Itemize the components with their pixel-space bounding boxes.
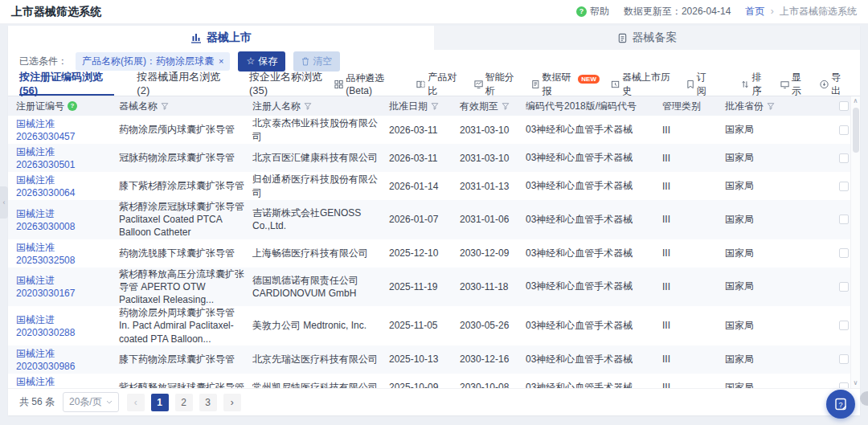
scroll-down-icon[interactable]: ∨ [854, 380, 858, 386]
cell-approval-date: 2025-12-10 [381, 247, 452, 259]
cell-province: 国家局 [717, 319, 828, 333]
cell-valid-until: 2031-03-10 [452, 153, 518, 164]
filter-icon[interactable] [767, 102, 775, 110]
help-icon: ? [576, 6, 587, 17]
registration-link[interactable]: 国械注准20263030501 [16, 146, 75, 170]
product-compare-button[interactable]: 产品对比 [416, 71, 463, 98]
page-button-2[interactable]: 2 [175, 394, 193, 411]
row-checkbox[interactable] [839, 354, 849, 364]
clear-button[interactable]: 清空 [293, 51, 340, 72]
cell-approval-date: 2025-11-19 [381, 281, 452, 292]
col-province[interactable]: 批准省份 [717, 100, 828, 113]
registration-link[interactable]: 国械注进20203030167 [16, 275, 75, 299]
cell-valid-until: 2031-01-13 [452, 181, 518, 192]
chevron-down-icon [106, 400, 113, 404]
table-row: 国械注准20263030457药物涂层颅内球囊扩张导管北京泰杰伟业科技股份有限公… [8, 116, 860, 144]
cell-mgmt-class: III [654, 181, 717, 192]
feedback-button[interactable]: ? [826, 390, 855, 419]
display-button[interactable]: 显示 [780, 71, 809, 98]
col-label: 注册人名称 [252, 100, 301, 113]
tab-device-filing[interactable]: 器械备案 [434, 26, 860, 50]
registration-link[interactable]: 国械注准20253032042 [16, 376, 75, 388]
view-tab-by-company[interactable]: 按企业名称浏览(35) [249, 72, 334, 96]
breadcrumb: 首页 › 上市器械筛选系统 [745, 5, 857, 18]
export-button[interactable]: 导出 [820, 71, 849, 98]
document-icon [617, 33, 628, 43]
tool-label: 智能分析 [485, 71, 521, 98]
page-button-3[interactable]: 3 [199, 394, 217, 411]
variety-selection-button[interactable]: 品种遴选(Beta) [334, 72, 406, 96]
table-row: 国械注进20203030288药物涂层外周球囊扩张导管 In. Pact Adm… [8, 306, 860, 345]
row-checkbox[interactable] [839, 382, 849, 388]
filter-icon[interactable] [502, 102, 510, 110]
col-label: 有效期至 [460, 100, 498, 113]
info-icon[interactable]: ? [68, 101, 77, 111]
tool-label: 显示 [792, 71, 809, 98]
col-approval-date[interactable]: 批准日期 [381, 100, 452, 113]
filter-icon[interactable] [161, 102, 169, 110]
scrollbar-thumb[interactable] [853, 108, 859, 153]
cell-registrant: 美敦力公司 Medtronic, Inc. [244, 319, 381, 332]
col-registration-no[interactable]: 注册证编号 ? [8, 100, 111, 113]
breadcrumb-home-link[interactable]: 首页 [745, 6, 764, 17]
scroll-up-icon[interactable]: ∧ [854, 98, 858, 104]
prev-page-button[interactable]: ‹ [127, 394, 145, 411]
listing-history-button[interactable]: 器械上市历史 [611, 71, 676, 98]
page-button-1[interactable]: 1 [151, 394, 169, 411]
cell-registrant: 上海畅德医疗科技有限公司 [244, 247, 381, 259]
sort-icon [741, 80, 749, 89]
row-checkbox[interactable] [839, 248, 849, 258]
next-page-button[interactable]: › [223, 394, 241, 411]
subscribe-button[interactable]: 订阅 [686, 71, 714, 98]
col-valid-until[interactable]: 有效期至 [452, 100, 518, 113]
row-checkbox[interactable] [839, 282, 849, 292]
cell-valid-until: 2030-12-16 [452, 353, 518, 365]
main-tabs: 器械上市 器械备案 [8, 26, 860, 50]
registration-link[interactable]: 国械注准20253032508 [16, 242, 75, 266]
row-checkbox[interactable] [839, 321, 849, 330]
cell-province: 国家局 [717, 123, 828, 137]
select-all-checkbox[interactable] [839, 101, 849, 111]
export-icon [820, 80, 829, 89]
cell-province: 国家局 [717, 353, 828, 366]
right-edge-handle[interactable] [860, 391, 868, 406]
registration-link[interactable]: 国械注准20203030986 [16, 348, 75, 372]
row-checkbox[interactable] [839, 215, 849, 224]
left-panel-collapse-handle[interactable]: ‹ [0, 186, 8, 219]
smart-analysis-button[interactable]: 智能分析 [474, 71, 521, 98]
col-device-name[interactable]: 器械名称 [111, 100, 244, 113]
view-tab-by-registration[interactable]: 按注册证编码浏览(56) [19, 72, 114, 96]
help-link[interactable]: ? 帮助 [576, 5, 609, 18]
bar-chart-icon [190, 32, 202, 43]
row-checkbox[interactable] [839, 182, 849, 191]
registration-link[interactable]: 国械注进20263030008 [16, 208, 75, 232]
tool-label: 订阅 [697, 71, 714, 98]
filter-icon[interactable] [431, 102, 439, 110]
cell-registrant: 吉诺斯株式会社GENOSS Co.,Ltd. [244, 206, 381, 232]
col-registrant-name[interactable]: 注册人名称 [244, 100, 381, 113]
registration-link[interactable]: 国械注准20263030064 [16, 174, 75, 198]
data-report-button[interactable]: 数据研报 NEW [531, 71, 600, 98]
cell-code: 03神经和心血管手术器械 [518, 151, 654, 165]
cell-registrant: 常州凯尼特医疗科技有限公司 [244, 381, 381, 388]
registration-link[interactable]: 国械注准20263030457 [16, 118, 75, 142]
cell-approval-date: 2025-10-09 [381, 382, 452, 388]
cell-mgmt-class: III [654, 125, 717, 136]
row-checkbox[interactable] [839, 125, 849, 135]
tab-device-listing[interactable]: 器械上市 [8, 26, 434, 50]
sort-button[interactable]: 排序 [741, 71, 769, 98]
vertical-scrollbar[interactable]: ∧ ∨ [850, 96, 860, 388]
svg-text:?: ? [838, 401, 842, 409]
registration-link[interactable]: 国械注进20203030288 [16, 314, 75, 338]
page-size-select[interactable]: 20条/页 [63, 392, 119, 412]
cell-registration-no: 国械注准20203030986 [8, 347, 111, 372]
filter-tag-close-icon[interactable]: × [219, 56, 223, 66]
selected-filters-row: 已选条件： 产品名称(拓展)：药物涂层球囊 × ☆ 保存 清空 [8, 50, 860, 72]
page-size-value: 20条/页 [69, 395, 102, 409]
save-button[interactable]: ☆ 保存 [238, 51, 285, 72]
row-checkbox[interactable] [839, 153, 849, 163]
view-tab-by-device-name[interactable]: 按器械通用名浏览(2) [137, 72, 227, 96]
filter-icon[interactable] [304, 102, 312, 110]
cell-valid-until: 2030-10-08 [452, 382, 518, 388]
cell-approval-date: 2026-01-14 [381, 181, 452, 192]
